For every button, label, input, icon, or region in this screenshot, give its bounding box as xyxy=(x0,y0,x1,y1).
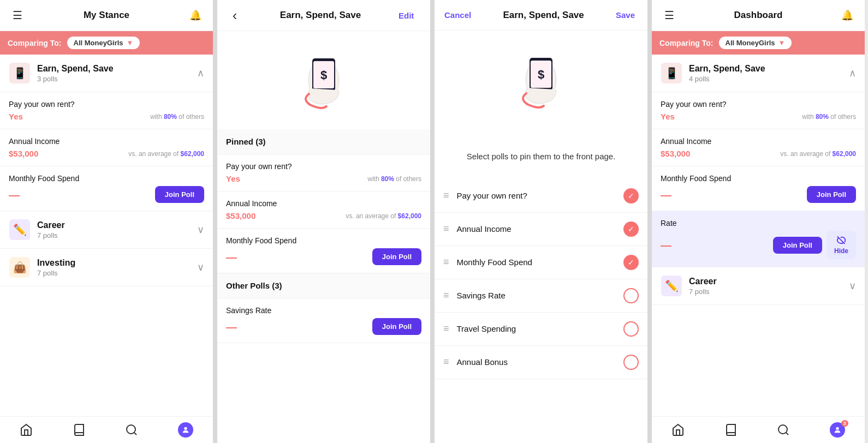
join-poll-rate-button[interactable]: Join Poll xyxy=(773,237,822,254)
comparing-banner-dashboard: Comparing To: All MoneyGirls ▼ xyxy=(652,31,865,55)
pinned-poll-income: Annual Income $53,000 vs. an average of … xyxy=(217,191,430,229)
drag-handle-icon: ≡ xyxy=(443,256,449,268)
poll-comparison: with 80% of others xyxy=(367,175,421,183)
poll-answer-row: — Join Poll Hide xyxy=(661,231,856,259)
pinned-poll-rent: Pay your own rent? Yes with 80% of other… xyxy=(217,154,430,191)
poll-answer-row: $53,000 vs. an average of $62,000 xyxy=(9,149,204,158)
join-poll-button[interactable]: Join Poll xyxy=(155,186,204,203)
drag-handle-icon: ≡ xyxy=(443,223,449,235)
select-poll-bonus[interactable]: ≡ Annual Bonus xyxy=(435,346,647,379)
check-icon[interactable]: ✓ xyxy=(623,188,639,203)
header-dashboard: ☰ Dashboard 🔔 xyxy=(652,0,865,31)
poll-dash: — xyxy=(9,189,20,200)
nav-profile[interactable]: 3 xyxy=(830,422,845,438)
panel-my-stance: ☰ My Stance 🔔 Comparing To: All MoneyGir… xyxy=(0,0,213,443)
poll-question: Monthly Food Spend xyxy=(661,174,856,183)
check-icon[interactable]: ✓ xyxy=(623,255,639,270)
category-name: Investing xyxy=(37,258,197,268)
join-poll-button[interactable]: Join Poll xyxy=(372,248,421,265)
intro-text: Select polls to pin them to the front pa… xyxy=(448,151,634,163)
uncheck-icon[interactable] xyxy=(623,355,639,370)
category-career[interactable]: ✏️ Career 7 polls ∨ xyxy=(0,211,213,249)
category-info: Career 7 polls xyxy=(37,220,197,240)
edit-button[interactable]: Edit xyxy=(399,11,420,20)
hide-button[interactable]: Hide xyxy=(827,231,856,259)
category-earn-spend-dashboard[interactable]: 📱 Earn, Spend, Save 4 polls ∧ xyxy=(652,55,865,92)
uncheck-icon[interactable] xyxy=(623,288,639,303)
hide-icon xyxy=(836,235,847,246)
svg-text:👜: 👜 xyxy=(13,261,27,274)
comparing-banner: Comparing To: All MoneyGirls ▼ xyxy=(0,31,213,55)
svg-line-23 xyxy=(786,433,788,435)
join-poll-button[interactable]: Join Poll xyxy=(372,318,421,335)
uncheck-icon[interactable] xyxy=(623,321,639,337)
panel-dashboard: ☰ Dashboard 🔔 Comparing To: All MoneyGir… xyxy=(652,0,865,443)
poll-answer: Yes xyxy=(9,112,23,121)
bell-icon[interactable]: 🔔 xyxy=(840,8,855,23)
svg-point-6 xyxy=(127,425,135,434)
select-poll-income[interactable]: ≡ Annual Income ✓ xyxy=(435,213,647,246)
chevron-down-icon: ∨ xyxy=(197,261,204,273)
svg-text:✏️: ✏️ xyxy=(665,279,679,292)
poll-label: Savings Rate xyxy=(457,291,623,300)
divider-1 xyxy=(213,0,217,443)
poll-answer-row: — Join Poll xyxy=(9,186,204,203)
select-poll-savings[interactable]: ≡ Savings Rate xyxy=(435,279,647,313)
nav-search[interactable] xyxy=(125,423,138,436)
chevron-up-icon: ∧ xyxy=(849,67,856,79)
comparing-badge[interactable]: All MoneyGirls ▼ xyxy=(719,37,792,49)
poll-answer-row: Yes with 80% of others xyxy=(9,112,204,121)
poll-question: Annual Income xyxy=(226,199,421,208)
poll-comparison: vs. an average of $62,000 xyxy=(780,150,856,158)
pinned-header: Pinned (3) xyxy=(217,129,430,154)
category-name: Earn, Spend, Save xyxy=(689,64,849,74)
comparing-label: Comparing To: xyxy=(8,39,62,47)
svg-text:$: $ xyxy=(538,68,544,81)
category-count: 7 polls xyxy=(37,269,197,277)
chevron-up-icon: ∧ xyxy=(197,67,204,79)
join-poll-button[interactable]: Join Poll xyxy=(807,186,856,203)
nav-home[interactable] xyxy=(671,423,685,436)
save-button[interactable]: Save xyxy=(616,10,638,20)
comparing-badge[interactable]: All MoneyGirls ▼ xyxy=(67,37,140,49)
category-icon-career: ✏️ xyxy=(9,219,31,241)
poll-question: Annual Income xyxy=(9,137,204,146)
poll-answer: $53,000 xyxy=(9,149,38,158)
category-name: Career xyxy=(689,277,849,286)
poll-comparison: with 80% of others xyxy=(802,113,856,121)
avatar xyxy=(178,422,193,438)
menu-icon[interactable]: ☰ xyxy=(10,8,25,23)
phone-illustration-area-2: $ xyxy=(435,31,647,129)
poll-label: Annual Bonus xyxy=(457,357,623,367)
panel-earn-spend-save: ‹ Earn, Spend, Save Edit $ Pinned (3) Pa… xyxy=(217,0,430,443)
category-investing[interactable]: 👜 Investing 7 polls ∨ xyxy=(0,249,213,286)
header-earn-spend: ‹ Earn, Spend, Save Edit xyxy=(217,0,430,31)
page-title: Earn, Spend, Save xyxy=(242,10,399,21)
comparing-value: All MoneyGirls xyxy=(74,39,123,47)
nav-book[interactable] xyxy=(73,423,86,436)
bottom-nav-dashboard: 3 xyxy=(652,416,865,443)
poll-dash: — xyxy=(226,252,237,262)
svg-point-22 xyxy=(778,425,787,434)
back-icon[interactable]: ‹ xyxy=(227,8,242,23)
page-title: Earn, Spend, Save xyxy=(471,10,616,21)
bell-icon[interactable]: 🔔 xyxy=(188,8,203,23)
poll-dash: — xyxy=(226,321,237,332)
filter-icon: ▼ xyxy=(778,39,786,47)
cancel-button[interactable]: Cancel xyxy=(444,10,471,20)
phone-illustration: $ xyxy=(294,47,354,118)
nav-profile[interactable] xyxy=(178,422,193,438)
nav-book[interactable] xyxy=(724,423,738,436)
category-earn-spend-save[interactable]: 📱 Earn, Spend, Save 3 polls ∧ xyxy=(0,55,213,92)
nav-search[interactable] xyxy=(777,423,790,436)
select-poll-rent[interactable]: ≡ Pay your own rent? ✓ xyxy=(435,179,647,213)
select-poll-food[interactable]: ≡ Monthly Food Spend ✓ xyxy=(435,246,647,279)
category-career-dashboard[interactable]: ✏️ Career 7 polls ∨ xyxy=(652,267,865,305)
svg-text:✏️: ✏️ xyxy=(13,223,27,236)
select-poll-travel[interactable]: ≡ Travel Spending xyxy=(435,313,647,346)
menu-icon[interactable]: ☰ xyxy=(662,8,677,23)
poll-label: Pay your own rent? xyxy=(457,191,623,200)
nav-home[interactable] xyxy=(20,423,33,436)
category-icon-earn: 📱 xyxy=(661,62,682,84)
check-icon[interactable]: ✓ xyxy=(623,222,639,237)
